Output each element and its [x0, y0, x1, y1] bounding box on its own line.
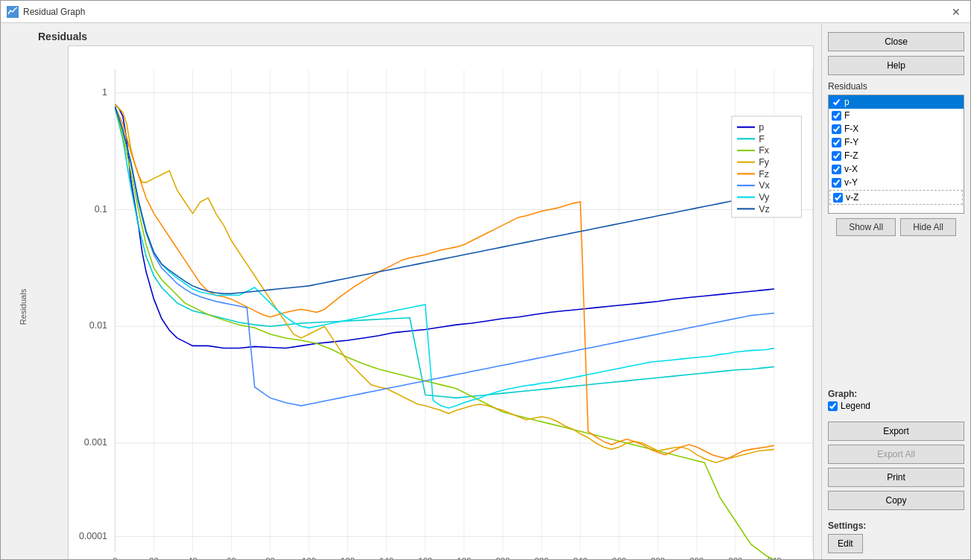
svg-text:Vy: Vy: [759, 192, 770, 203]
copy-button[interactable]: Copy: [828, 491, 964, 510]
close-button[interactable]: Close: [828, 32, 964, 51]
svg-text:280: 280: [651, 556, 665, 559]
legend-checkbox[interactable]: [828, 401, 838, 411]
top-buttons: Close Help: [828, 29, 964, 75]
chart-svg: 1 0.1 0.01 0.001 0.0001 0 20 40 60 80 10…: [69, 46, 813, 559]
main-window: Residual Graph ✕ Residuals Residuals: [0, 0, 971, 560]
chart-title: Residuals: [38, 31, 814, 42]
graph-section: Graph: Legend: [828, 389, 964, 416]
svg-text:0.001: 0.001: [84, 437, 107, 448]
residual-label-vz: v-Z: [846, 192, 858, 203]
svg-text:160: 160: [418, 556, 432, 559]
residual-label-p: p: [844, 97, 850, 107]
print-button[interactable]: Print: [828, 468, 964, 487]
export-button[interactable]: Export: [828, 421, 964, 441]
svg-text:180: 180: [457, 556, 471, 559]
residual-checkbox-f[interactable]: [832, 111, 841, 121]
chart-area: Residuals Residuals: [1, 23, 821, 559]
svg-text:Vz: Vz: [759, 204, 770, 214]
svg-text:200: 200: [496, 556, 510, 559]
residuals-title: Residuals: [828, 81, 964, 92]
chart-container: 1 0.1 0.01 0.001 0.0001 0 20 40 60 80 10…: [68, 45, 814, 559]
residual-label-fy: F-Y: [844, 137, 858, 147]
svg-text:220: 220: [534, 556, 548, 559]
svg-text:80: 80: [265, 556, 275, 559]
svg-text:Fx: Fx: [759, 145, 770, 156]
svg-text:100: 100: [302, 556, 316, 559]
window-title: Residual Graph: [23, 7, 85, 17]
residual-item-vx[interactable]: v-X: [829, 162, 964, 176]
residual-label-f: F: [844, 110, 850, 121]
hide-all-button[interactable]: Hide All: [900, 218, 956, 236]
settings-label: Settings:: [828, 521, 964, 531]
residual-label-fx: F-X: [844, 124, 858, 134]
residual-item-fz[interactable]: F-Z: [829, 149, 964, 162]
edit-button[interactable]: Edit: [828, 534, 863, 553]
spacer: [828, 242, 964, 383]
residual-checkbox-p[interactable]: [832, 98, 841, 107]
residual-label-fz: F-Z: [844, 150, 858, 161]
residual-checkbox-vx[interactable]: [832, 165, 841, 174]
residual-checkbox-fy[interactable]: [832, 138, 841, 147]
help-button[interactable]: Help: [828, 56, 964, 75]
y-axis-label: Residuals: [19, 289, 28, 325]
legend-label: Legend: [841, 401, 870, 411]
residuals-section: Residuals p F F-X: [828, 81, 964, 236]
svg-text:0.1: 0.1: [95, 204, 107, 214]
right-panel: Close Help Residuals p F: [821, 23, 970, 559]
residual-label-vy: v-Y: [844, 177, 858, 188]
residual-item-vz[interactable]: v-Z: [829, 190, 963, 205]
window-close-button[interactable]: ✕: [948, 4, 964, 20]
svg-text:Vx: Vx: [759, 180, 770, 191]
svg-text:300: 300: [689, 556, 703, 559]
svg-text:0.0001: 0.0001: [79, 531, 107, 541]
settings-section: Settings: Edit: [828, 521, 964, 553]
svg-text:F: F: [759, 134, 765, 144]
action-buttons: Export Export All Print Copy: [828, 421, 964, 510]
app-icon: [7, 6, 19, 18]
svg-text:Fz: Fz: [759, 169, 769, 179]
residual-item-fx[interactable]: F-X: [829, 122, 964, 136]
svg-text:140: 140: [379, 556, 393, 559]
svg-text:260: 260: [612, 556, 626, 559]
svg-text:0: 0: [113, 556, 117, 559]
title-bar-left: Residual Graph: [7, 6, 85, 18]
residual-item-f[interactable]: F: [829, 109, 964, 122]
residual-checkbox-fz[interactable]: [832, 151, 841, 161]
export-all-button[interactable]: Export All: [828, 445, 964, 464]
show-all-button[interactable]: Show All: [836, 218, 896, 236]
svg-text:Fy: Fy: [759, 157, 770, 168]
svg-text:320: 320: [728, 556, 742, 559]
svg-text:0.01: 0.01: [89, 320, 107, 331]
title-bar: Residual Graph ✕: [1, 1, 970, 23]
svg-text:p: p: [759, 122, 764, 133]
content-area: Residuals Residuals: [1, 23, 970, 559]
residual-item-vy[interactable]: v-Y: [829, 176, 964, 189]
legend-check-row: Legend: [828, 401, 964, 411]
residual-checkbox-vy[interactable]: [832, 178, 841, 188]
svg-rect-1: [69, 46, 813, 559]
svg-text:1: 1: [102, 87, 107, 98]
graph-label: Graph:: [828, 389, 964, 399]
show-hide-buttons: Show All Hide All: [828, 218, 964, 236]
residual-checkbox-fx[interactable]: [832, 124, 841, 134]
residual-item-fy[interactable]: F-Y: [829, 136, 964, 149]
residual-item-p[interactable]: p: [829, 95, 964, 109]
svg-text:40: 40: [188, 556, 197, 559]
svg-text:240: 240: [573, 556, 587, 559]
svg-text:120: 120: [341, 556, 355, 559]
svg-text:60: 60: [227, 556, 236, 559]
svg-text:20: 20: [149, 556, 159, 559]
residual-checkbox-vz[interactable]: [833, 193, 843, 203]
residuals-list: p F F-X F-Y: [828, 95, 964, 214]
residual-label-vx: v-X: [844, 164, 858, 174]
